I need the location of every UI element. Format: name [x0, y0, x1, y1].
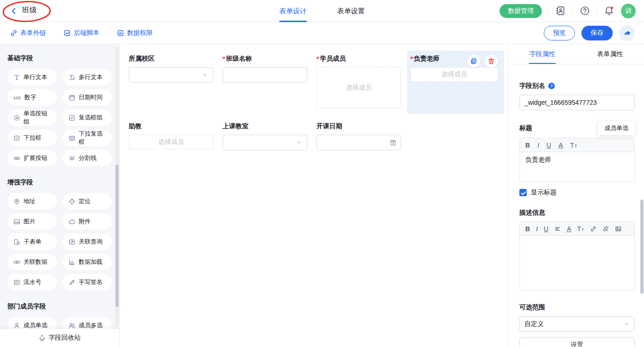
- tab-form-settings[interactable]: 表单设置: [337, 0, 365, 22]
- copy-field-button[interactable]: [467, 55, 480, 68]
- chevron-down-icon: [623, 321, 630, 327]
- remove-link-icon[interactable]: [603, 226, 609, 232]
- multi-line-text-icon: [69, 74, 75, 81]
- cloud-upload-icon: [69, 218, 75, 225]
- back-button[interactable]: 班级: [10, 6, 37, 17]
- font-color-icon[interactable]: A: [558, 142, 563, 148]
- font-size-icon[interactable]: T: [570, 142, 577, 148]
- field-campus[interactable]: 所属校区: [129, 51, 223, 114]
- divider: [597, 7, 597, 15]
- selectable-range-select[interactable]: 自定义: [519, 316, 635, 332]
- settings-button[interactable]: 设置: [519, 337, 635, 347]
- student-member-picker[interactable]: 选择成员: [316, 67, 401, 108]
- insert-link-icon[interactable]: [590, 226, 597, 232]
- underline-icon[interactable]: U: [544, 226, 548, 232]
- palette-item-locate[interactable]: 定位: [63, 193, 112, 210]
- share-button[interactable]: [619, 25, 635, 41]
- field-label: 助教: [129, 122, 142, 131]
- palette-item-data-load[interactable]: 数据加载: [63, 254, 112, 270]
- title-editor-content[interactable]: 负责老师: [520, 152, 634, 182]
- field-start-date[interactable]: 开课日期: [316, 118, 410, 159]
- dropdown-icon: [13, 135, 20, 142]
- location-pin-icon: [13, 198, 20, 205]
- palette-item-extend-button[interactable]: 扩展按钮: [7, 150, 57, 166]
- field-class-name[interactable]: *班级名称: [223, 51, 316, 114]
- tab-form-properties[interactable]: 表单属性: [576, 44, 644, 64]
- field-label: 上课教室: [223, 122, 248, 131]
- extend-button-icon: [13, 155, 20, 162]
- palette-item-signature[interactable]: 手写签名: [63, 274, 112, 290]
- bold-icon[interactable]: B: [525, 142, 530, 148]
- field-alias-input[interactable]: [519, 95, 635, 110]
- people-icon: [69, 322, 75, 329]
- tool-link-label: 后端脚本: [74, 29, 99, 37]
- script-icon: [63, 29, 71, 37]
- help-icon[interactable]: [579, 5, 591, 17]
- sidebar-scrollbar-thumb[interactable]: [115, 165, 119, 307]
- permission-icon: [117, 29, 124, 37]
- assistant-member-picker[interactable]: 选择成员: [129, 135, 213, 149]
- field-recycle-bin-button[interactable]: 字段回收站: [0, 329, 119, 347]
- field-responsible-teacher-selected[interactable]: *负责老师 选择成员: [407, 51, 504, 114]
- field-palette-sidebar: 基础字段 单行文本 多行文本 123 数字 日期时间: [0, 44, 120, 347]
- italic-icon[interactable]: I: [536, 226, 538, 232]
- selectable-range-label: 可选范围: [519, 303, 635, 312]
- tab-field-properties[interactable]: 字段属性: [508, 44, 576, 64]
- field-label: 开课日期: [316, 122, 342, 131]
- palette-item-multi-dropdown[interactable]: 下拉复选框: [63, 130, 112, 146]
- font-color-icon[interactable]: A: [567, 226, 571, 232]
- form-design-canvas[interactable]: 所属校区 *班级名称 *学员成员 选择成员 *负责老师 选择成员: [120, 44, 508, 347]
- save-button[interactable]: 保存: [581, 26, 613, 40]
- palette-item-multi-line-text[interactable]: 多行文本: [63, 69, 112, 85]
- field-classroom[interactable]: 上课教室: [223, 118, 316, 159]
- teacher-member-picker[interactable]: 选择成员: [410, 67, 498, 82]
- palette-item-linked-query[interactable]: 关联查询: [63, 233, 112, 250]
- description-editor-content[interactable]: [520, 236, 634, 290]
- classroom-select[interactable]: [223, 135, 307, 150]
- user-avatar[interactable]: 训: [621, 4, 636, 18]
- campus-select[interactable]: [129, 67, 213, 83]
- field-label: 学员成员: [320, 55, 345, 63]
- title-editor-toolbar: B I U A T: [520, 138, 634, 152]
- font-size-icon[interactable]: T: [577, 226, 584, 232]
- palette-item-datetime[interactable]: 日期时间: [63, 89, 112, 106]
- delete-field-button[interactable]: [485, 55, 498, 68]
- insert-image-icon[interactable]: [615, 226, 621, 232]
- top-header: 班级 表单设计 表单设置 数据管理: [0, 0, 644, 22]
- chevron-down-icon: [202, 72, 208, 78]
- field-student-members[interactable]: *学员成员 选择成员: [316, 51, 410, 114]
- field-assistant[interactable]: 助教 选择成员: [129, 118, 223, 159]
- preview-button[interactable]: 预览: [544, 26, 575, 40]
- palette-item-radio-group[interactable]: 单选按钮组: [7, 109, 57, 126]
- palette-item-attachment[interactable]: 附件: [63, 213, 112, 230]
- backend-script-button[interactable]: 后端脚本: [63, 29, 99, 37]
- palette-item-number[interactable]: 123 数字: [7, 89, 57, 106]
- palette-item-single-line-text[interactable]: 单行文本: [7, 69, 57, 85]
- palette-item-address[interactable]: 地址: [7, 193, 57, 210]
- help-badge-icon[interactable]: ?: [548, 82, 555, 90]
- form-external-link-button[interactable]: 表单外链: [10, 29, 46, 37]
- palette-item-image[interactable]: 图片: [7, 213, 57, 230]
- palette-item-checkbox-group[interactable]: 复选框组: [63, 109, 112, 126]
- align-icon[interactable]: [554, 226, 561, 232]
- tab-form-design[interactable]: 表单设计: [279, 0, 307, 22]
- contacts-icon[interactable]: [554, 5, 566, 17]
- palette-item-serial-number[interactable]: 流水号: [7, 274, 57, 290]
- palette-item-dropdown[interactable]: 下拉框: [7, 130, 57, 146]
- show-title-checkbox[interactable]: [519, 189, 527, 196]
- field-type-badge[interactable]: 成员单选: [598, 121, 635, 135]
- palette-item-linked-data[interactable]: 关联数据: [7, 254, 57, 270]
- data-permission-button[interactable]: 数据权限: [117, 29, 153, 37]
- bold-icon[interactable]: B: [525, 226, 530, 232]
- class-name-input[interactable]: [223, 67, 307, 83]
- person-icon: [13, 322, 20, 329]
- italic-icon[interactable]: I: [537, 142, 539, 148]
- notification-bell-icon[interactable]: [603, 5, 615, 17]
- start-date-picker[interactable]: [316, 135, 401, 150]
- palette-item-subform[interactable]: 子表单: [7, 233, 57, 250]
- trash-icon: [488, 57, 495, 65]
- panel-scrollbar-thumb[interactable]: [640, 199, 644, 294]
- palette-item-divider-line[interactable]: 分割线: [63, 150, 112, 166]
- underline-icon[interactable]: U: [546, 142, 551, 148]
- data-manage-button[interactable]: 数据管理: [500, 4, 542, 18]
